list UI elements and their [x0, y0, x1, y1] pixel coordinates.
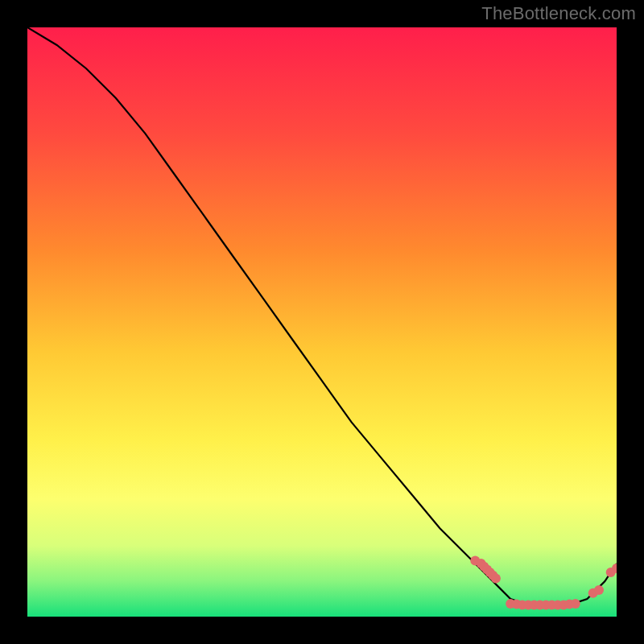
data-point: [594, 585, 604, 595]
watermark-text: TheBottleneck.com: [481, 3, 636, 24]
chart-frame: TheBottleneck.com: [0, 0, 644, 644]
data-point: [491, 573, 501, 583]
data-point: [571, 599, 580, 609]
chart-svg: [27, 27, 617, 617]
gradient-background: [27, 27, 617, 617]
plot-area: [27, 27, 617, 617]
